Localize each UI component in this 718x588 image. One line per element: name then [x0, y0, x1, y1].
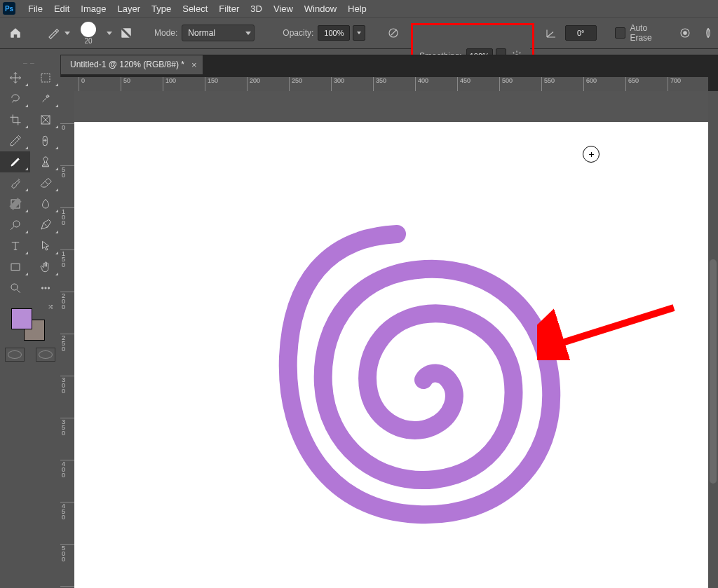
document-viewport: 0501001502002503003504004505005506006507… [60, 77, 718, 588]
menu-type[interactable]: Type [146, 1, 177, 16]
blur-tool[interactable] [30, 193, 60, 214]
svg-rect-10 [11, 264, 20, 271]
menu-edit[interactable]: Edit [48, 1, 75, 16]
svg-rect-5 [41, 74, 50, 82]
opacity-value[interactable]: 100% [318, 25, 350, 41]
home-icon[interactable] [6, 23, 25, 43]
svg-point-13 [44, 287, 46, 289]
chevron-down-icon[interactable] [107, 32, 112, 35]
spiral-stroke [201, 192, 565, 556]
dodge-tool[interactable] [0, 214, 30, 235]
auto-erase-checkbox[interactable] [615, 27, 626, 39]
foreground-color-swatch[interactable] [11, 308, 32, 329]
brush-cursor-icon [583, 146, 600, 163]
pen-tool[interactable] [30, 214, 60, 235]
tool-preset-picker[interactable] [43, 23, 63, 43]
zoom-tool[interactable] [0, 278, 30, 299]
path-selection-tool[interactable] [30, 235, 60, 257]
rectangle-tool[interactable] [0, 257, 30, 278]
gradient-tool[interactable] [0, 193, 30, 214]
scrollbar-thumb[interactable] [710, 259, 717, 484]
options-bar: 20 Mode: Normal Opacity: 100% Smoothing:… [0, 18, 718, 49]
swap-colors-icon[interactable]: ⤭ [48, 303, 53, 310]
blend-mode-select[interactable]: Normal [182, 25, 255, 41]
history-brush-tool[interactable] [0, 172, 30, 193]
auto-erase-label: Auto Erase [630, 23, 670, 43]
svg-point-12 [41, 287, 43, 289]
document-canvas[interactable] [74, 122, 708, 588]
annotation-arrow-icon [537, 297, 677, 360]
menu-layer[interactable]: Layer [112, 1, 147, 16]
svg-point-14 [48, 287, 49, 289]
vertical-ruler[interactable]: 050100150200250300350400450500550 [60, 91, 75, 588]
menu-help[interactable]: Help [342, 1, 372, 16]
frame-tool[interactable] [30, 109, 60, 130]
document-tab-title: Untitled-1 @ 120% (RGB/8#) * [70, 60, 184, 69]
svg-line-15 [551, 308, 674, 346]
clone-stamp-tool[interactable] [30, 151, 60, 172]
svg-point-11 [11, 284, 18, 290]
menu-select[interactable]: Select [177, 1, 213, 16]
canvas-pasteboard [74, 91, 708, 122]
hand-tool[interactable] [30, 257, 60, 278]
eyedropper-tool[interactable] [0, 130, 30, 151]
chevron-down-icon[interactable] [65, 32, 70, 35]
quick-mask-icon[interactable] [5, 348, 25, 362]
menu-image[interactable]: Image [75, 1, 111, 16]
brush-preset-picker[interactable]: 20 [74, 20, 102, 46]
brush-size-value: 20 [84, 37, 92, 45]
marquee-tool[interactable] [30, 67, 60, 88]
pencil-tool[interactable] [0, 151, 30, 172]
opacity-label: Opacity: [283, 28, 313, 38]
tools-panel: ┄┄ ⤭ [0, 55, 61, 588]
symmetry-icon[interactable] [698, 23, 718, 43]
type-tool[interactable] [0, 235, 30, 257]
brush-dot-icon [81, 22, 96, 37]
color-swatches[interactable]: ⤭ [0, 303, 60, 345]
mode-label: Mode: [154, 28, 177, 38]
document-tab[interactable]: Untitled-1 @ 120% (RGB/8#) * × [60, 55, 203, 74]
angle-icon[interactable] [541, 23, 561, 43]
blend-mode-value: Normal [188, 28, 215, 38]
svg-point-4 [683, 32, 686, 35]
menu-filter[interactable]: Filter [213, 1, 245, 16]
app-logo-icon: Ps [3, 2, 15, 15]
document-tab-bar: Untitled-1 @ 120% (RGB/8#) * × [60, 55, 718, 78]
screen-mode-icon[interactable] [36, 348, 55, 362]
pressure-opacity-icon[interactable] [384, 23, 403, 43]
move-tool[interactable] [0, 67, 30, 88]
menu-file[interactable]: File [22, 1, 48, 16]
close-icon[interactable]: × [191, 60, 197, 70]
edit-toolbar[interactable] [30, 278, 60, 299]
chevron-down-icon [245, 32, 251, 35]
brush-panel-toggle-icon[interactable] [116, 23, 136, 43]
panel-grip-icon[interactable]: ┄┄ [0, 59, 60, 67]
opacity-dropdown[interactable] [353, 25, 365, 41]
ruler-origin[interactable] [60, 77, 75, 92]
svg-point-9 [13, 221, 20, 227]
eraser-tool[interactable] [30, 172, 60, 193]
menu-window[interactable]: Window [299, 1, 342, 16]
pressure-size-icon[interactable] [675, 23, 695, 43]
horizontal-ruler[interactable]: 0501001502002503003504004505005506006507… [74, 77, 708, 92]
brush-angle-value[interactable]: 0° [565, 25, 597, 41]
menu-bar: Ps File Edit Image Layer Type Select Fil… [0, 0, 718, 18]
vertical-scrollbar[interactable] [708, 91, 718, 588]
magic-wand-tool[interactable] [30, 88, 60, 109]
lasso-tool[interactable] [0, 88, 30, 109]
menu-3d[interactable]: 3D [245, 1, 268, 16]
menu-view[interactable]: View [268, 1, 299, 16]
healing-brush-tool[interactable] [30, 130, 60, 151]
crop-tool[interactable] [0, 109, 30, 130]
